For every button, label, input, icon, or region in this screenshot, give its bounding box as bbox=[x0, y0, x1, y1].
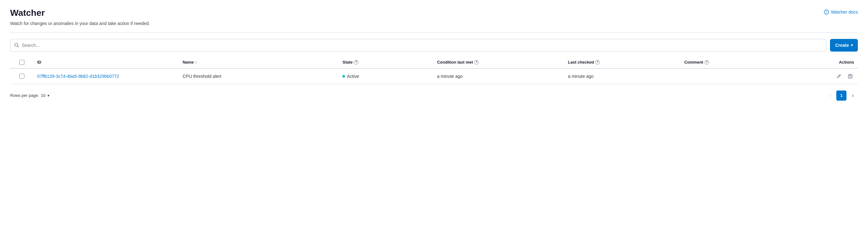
comment-info-icon: ? bbox=[705, 60, 709, 65]
page-subtitle: Watch for changes or anomalies in your d… bbox=[10, 21, 858, 26]
condition-info-icon: ? bbox=[474, 60, 479, 65]
search-container[interactable] bbox=[10, 39, 826, 52]
th-state: State ? bbox=[339, 57, 433, 68]
table-header-row: ID Name ↑ State ? Condition las bbox=[10, 57, 858, 68]
state-label: Active bbox=[347, 74, 359, 79]
create-button-label: Create bbox=[835, 43, 849, 48]
chevron-down-icon: ▾ bbox=[851, 43, 853, 47]
svg-text:?: ? bbox=[826, 10, 828, 14]
rows-per-page-label: Rows per page: bbox=[10, 93, 39, 98]
row-comment-cell bbox=[680, 68, 797, 84]
row-actions-cell bbox=[797, 68, 858, 84]
watch-id-link[interactable]: 07ffb139-3c74-4ba5-9b82-d1b329bb0772 bbox=[37, 74, 119, 79]
th-comment: Comment ? bbox=[680, 57, 797, 68]
watches-table: ID Name ↑ State ? Condition las bbox=[10, 57, 858, 84]
question-circle-icon: ? bbox=[824, 9, 829, 14]
th-checkbox bbox=[10, 57, 33, 68]
row-condition-cell: a minute ago bbox=[433, 68, 564, 84]
select-all-checkbox[interactable] bbox=[19, 60, 24, 65]
row-state-cell: Active bbox=[339, 68, 433, 84]
docs-link-text: Watcher docs bbox=[831, 9, 858, 14]
last-checked-info-icon: ? bbox=[595, 60, 600, 65]
table-footer: Rows per page: 10 ▾ ‹ 1 › bbox=[10, 89, 858, 102]
row-last-checked-cell: a minute ago bbox=[564, 68, 680, 84]
row-checkbox-cell bbox=[10, 68, 33, 84]
status-dot bbox=[342, 75, 345, 77]
svg-rect-4 bbox=[848, 75, 852, 78]
th-last-checked: Last checked ? bbox=[564, 57, 680, 68]
section-divider bbox=[10, 32, 858, 33]
row-checkbox[interactable] bbox=[19, 74, 24, 79]
edit-watch-button[interactable] bbox=[835, 72, 843, 80]
header-row: Watcher ? Watcher docs bbox=[10, 8, 858, 18]
table-row: 07ffb139-3c74-4ba5-9b82-d1b329bb0772 CPU… bbox=[10, 68, 858, 84]
search-input[interactable] bbox=[22, 43, 822, 48]
prev-page-button[interactable]: ‹ bbox=[825, 91, 835, 101]
state-info-icon: ? bbox=[354, 60, 358, 65]
row-id-cell: 07ffb139-3c74-4ba5-9b82-d1b329bb0772 bbox=[33, 68, 179, 84]
docs-link[interactable]: ? Watcher docs bbox=[824, 9, 858, 14]
search-icon bbox=[14, 43, 19, 48]
th-name[interactable]: Name ↑ bbox=[179, 57, 339, 68]
page-container: Watcher ? Watcher docs Watch for changes… bbox=[0, 0, 868, 109]
row-name-cell: CPU threshold alert bbox=[179, 68, 339, 84]
toolbar: Create ▾ bbox=[10, 39, 858, 52]
th-condition-last-met: Condition last met ? bbox=[433, 57, 564, 68]
rows-per-page-selector[interactable]: Rows per page: 10 ▾ bbox=[10, 93, 50, 98]
next-page-button[interactable]: › bbox=[848, 91, 858, 101]
delete-watch-button[interactable] bbox=[846, 72, 854, 80]
pagination: ‹ 1 › bbox=[825, 91, 858, 101]
rows-dropdown-icon: ▾ bbox=[48, 93, 50, 98]
svg-line-3 bbox=[18, 46, 19, 47]
page-1-button[interactable]: 1 bbox=[836, 91, 846, 101]
rows-per-page-value: 10 bbox=[41, 93, 45, 98]
page-title: Watcher bbox=[10, 8, 45, 18]
th-id: ID bbox=[33, 57, 179, 68]
th-actions: Actions bbox=[797, 57, 858, 68]
sort-asc-icon: ↑ bbox=[195, 60, 197, 65]
create-button[interactable]: Create ▾ bbox=[830, 39, 858, 52]
